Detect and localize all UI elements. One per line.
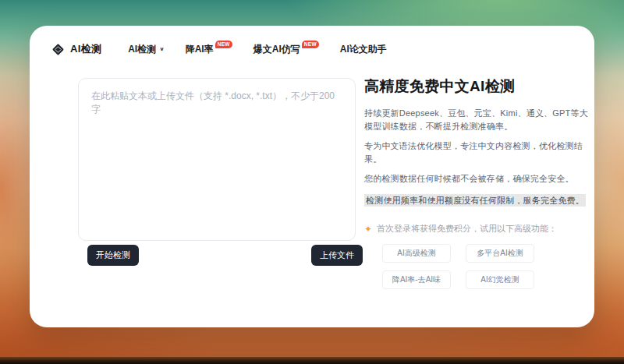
logo-text: AI检测 [70, 42, 101, 56]
upload-file-button[interactable]: 上传文件 [311, 245, 363, 266]
nav-item-label: 降AI率 [186, 44, 214, 55]
navbar: AI检测 AI检测 ∨ 降AI率 NEW 爆文AI仿写 NEW AI论文助手 [51, 41, 573, 58]
sparkle-icon: ✦ [364, 224, 372, 234]
new-badge: NEW [215, 41, 232, 48]
nav-item-ai-paper-assistant[interactable]: AI论文助手 [340, 44, 387, 55]
logo-diamond-icon [51, 43, 65, 56]
nav-item-label: AI论文助手 [340, 44, 387, 55]
description-privacy: 您的检测数据任何时候都不会被存储，确保完全安全。 [364, 172, 597, 186]
logo[interactable]: AI检测 [51, 42, 101, 56]
feature-multiplatform-detection[interactable]: 多平台AI检测 [466, 244, 534, 263]
bottom-strip [0, 357, 624, 364]
nav-item-ai-detect[interactable]: AI检测 ∨ [128, 44, 165, 55]
start-detection-button[interactable]: 开始检测 [87, 245, 139, 266]
free-service-note: 检测使用频率和使用额度没有任何限制，服务完全免费。 [364, 194, 586, 207]
feature-hallucination-detection[interactable]: AI幻觉检测 [466, 270, 534, 289]
feature-advanced-detection[interactable]: AI高级检测 [382, 244, 451, 263]
page-title: 高精度免费中文AI检测 [364, 76, 597, 97]
description-chinese-optimized: 专为中文语法优化模型，专注中文内容检测，优化检测结果。 [364, 140, 597, 165]
nav-item-reduce-ai-rate[interactable]: 降AI率 NEW [186, 44, 232, 55]
info-panel: 高精度免费中文AI检测 持续更新Deepseek、豆包、元宝、Kimi、通义、G… [364, 76, 597, 289]
nav-item-label: 爆文AI仿写 [254, 44, 300, 55]
text-input[interactable] [78, 78, 356, 241]
feature-buttons: AI高级检测 多平台AI检测 降AI率-去AI味 AI幻觉检测 [382, 244, 534, 289]
chevron-down-icon: ∨ [159, 46, 165, 52]
promo-text: 首次登录将获得免费积分，试用以下高级功能： [377, 223, 557, 235]
main-card: AI检测 AI检测 ∨ 降AI率 NEW 爆文AI仿写 NEW AI论文助手 开… [30, 26, 594, 327]
nav-item-label: AI检测 [128, 44, 156, 55]
new-badge: NEW [302, 41, 319, 48]
promo-line: ✦ 首次登录将获得免费积分，试用以下高级功能： [364, 223, 597, 235]
feature-reduce-ai-flavor[interactable]: 降AI率-去AI味 [382, 270, 451, 289]
nav-item-viral-rewrite[interactable]: 爆文AI仿写 NEW [254, 44, 319, 55]
description-models: 持续更新Deepseek、豆包、元宝、Kimi、通义、GPT等大模型训练数据，不… [364, 107, 597, 133]
nav-menu: AI检测 ∨ 降AI率 NEW 爆文AI仿写 NEW AI论文助手 [128, 44, 387, 55]
